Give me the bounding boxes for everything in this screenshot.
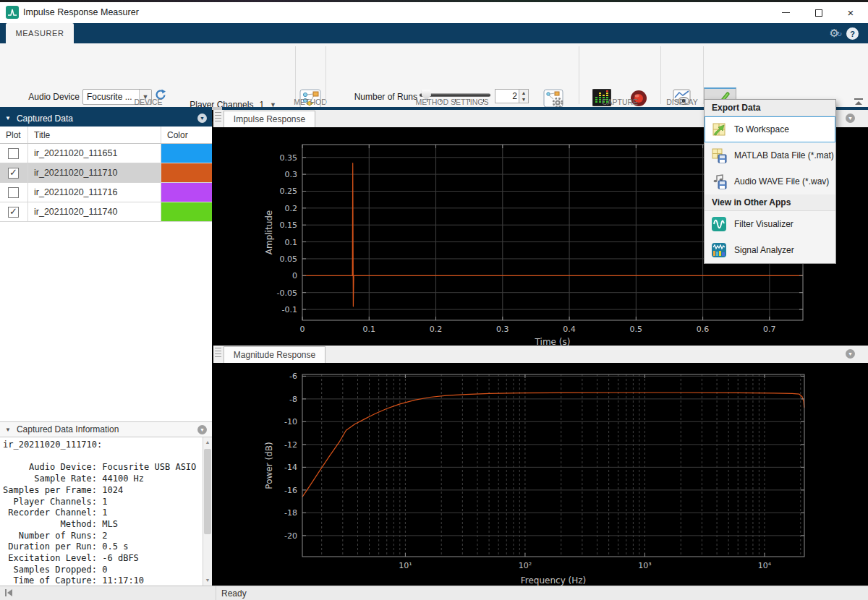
status-bar: Ready (0, 586, 868, 600)
scroll-up-icon[interactable]: ▲ (203, 437, 212, 447)
capture-title[interactable]: ir_20211020_111651 (27, 144, 161, 163)
help-icon[interactable]: ? (846, 27, 859, 40)
color-swatch[interactable] (161, 144, 212, 163)
collapse-panel-icon[interactable]: ▼ (5, 115, 11, 121)
impulse-response-measurer-app: Impulse Response Measurer × MEASURER ⚙↻ … (0, 0, 868, 600)
title-bar: Impulse Response Measurer × (0, 2, 868, 23)
plot-checkbox[interactable] (8, 187, 19, 198)
close-button[interactable]: × (835, 2, 867, 23)
panel-menu-icon[interactable]: ▼ (846, 349, 855, 359)
section-divider (660, 46, 661, 104)
color-cell[interactable] (161, 163, 212, 182)
display-section-label: DISPLAY (663, 98, 701, 106)
svg-text:Frequency (Hz): Frequency (Hz) (521, 575, 587, 586)
svg-text:0.4: 0.4 (563, 325, 576, 334)
export-menu-items: To WorkspaceMATLAB Data File (*.mat)Audi… (705, 116, 835, 194)
collapse-toolstrip-button[interactable] (854, 98, 864, 107)
color-cell[interactable] (161, 144, 212, 163)
svg-text:-0.05: -0.05 (277, 288, 297, 298)
device-section-label: DEVICE (87, 98, 210, 106)
menu-item-audio-wave-file-wav[interactable]: Audio WAVE File (*.wav) (705, 168, 835, 194)
plot-checkbox[interactable] (8, 207, 19, 218)
magnitude-response-tabbar: Magnitude Response ▼ (213, 346, 868, 363)
column-header-title[interactable]: Title (27, 127, 161, 143)
svg-text:0.1: 0.1 (285, 238, 298, 247)
captured-data-panel: ▼ Captured Data ▼ Plot Title Color ir_20… (0, 110, 212, 421)
info-scrollbar[interactable]: ▲ ▼ (203, 437, 212, 586)
svg-text:0.35: 0.35 (280, 153, 298, 163)
svg-text:0.3: 0.3 (496, 325, 509, 334)
preferences-gear-icon[interactable]: ⚙↻ (830, 27, 839, 40)
capture-title[interactable]: ir_20211020_111710 (27, 163, 161, 182)
captured-data-header: ▼ Captured Data ▼ (0, 110, 212, 127)
plot-checkbox[interactable] (8, 148, 19, 159)
svg-text:0.6: 0.6 (697, 325, 710, 334)
method-section-label: METHOD (285, 98, 336, 106)
capture-title[interactable]: ir_20211020_111740 (27, 202, 161, 221)
table-row[interactable]: ir_20211020_111651 (0, 144, 212, 163)
menu-item-signal-analyzer[interactable]: Signal Analyzer (705, 237, 835, 263)
svg-text:0.1: 0.1 (363, 325, 376, 334)
color-swatch[interactable] (161, 202, 212, 221)
capture-title[interactable]: ir_20211020_111716 (27, 183, 161, 202)
drag-grip-icon[interactable] (215, 348, 221, 359)
magnitude-response-panel: Magnitude Response ▼ 10¹10²10³10⁴-20-18-… (213, 346, 868, 586)
export-menu-apps: Filter VisualizerSignal Analyzer (705, 211, 835, 263)
filter-visualizer-icon (711, 216, 727, 232)
capture-info-text: ir_20211020_111710: Audio Device: Focusr… (0, 437, 203, 586)
menu-item-matlab-data-file-mat[interactable]: MATLAB Data File (*.mat) (705, 142, 835, 168)
tab-measurer[interactable]: MEASURER (6, 23, 74, 43)
svg-text:10⁴: 10⁴ (758, 561, 772, 570)
collapse-left-panel-icon[interactable] (5, 589, 12, 596)
scroll-down-icon[interactable]: ▼ (203, 575, 212, 586)
minimize-button[interactable] (770, 2, 801, 23)
panel-menu-icon[interactable]: ▼ (197, 113, 207, 123)
panel-menu-icon[interactable]: ▼ (197, 425, 207, 434)
menu-item-to-workspace[interactable]: To Workspace (705, 116, 835, 142)
info-body: ir_20211020_111710: Audio Device: Focusr… (0, 437, 203, 586)
svg-text:0.2: 0.2 (430, 325, 443, 334)
method-settings-section-label: METHOD SETTINGS (347, 98, 557, 106)
column-header-color[interactable]: Color (161, 127, 212, 143)
panel-menu-icon[interactable]: ▼ (846, 113, 855, 123)
svg-text:-6: -6 (289, 372, 297, 381)
svg-text:-10: -10 (284, 417, 297, 427)
audio-device-label: Audio Device (0, 89, 80, 105)
maximize-button[interactable] (803, 2, 835, 23)
menu-item-filter-visualizer[interactable]: Filter Visualizer (705, 211, 835, 237)
color-swatch[interactable] (161, 183, 212, 202)
drag-grip-icon[interactable] (215, 112, 221, 124)
svg-text:0.3: 0.3 (285, 170, 298, 179)
svg-text:-16: -16 (284, 486, 297, 495)
scroll-thumb[interactable] (204, 449, 211, 534)
svg-text:-18: -18 (284, 508, 297, 518)
plot-checkbox[interactable] (8, 168, 19, 179)
svg-text:Power (dB): Power (dB) (264, 442, 274, 489)
table-row[interactable]: ir_20211020_111716 (0, 183, 212, 202)
signal-analyzer-icon (711, 242, 727, 258)
window-title: Impulse Response Measurer (23, 7, 139, 17)
wav-file-icon (711, 173, 727, 189)
tab-impulse-response[interactable]: Impulse Response (224, 111, 315, 127)
toolstrip: Audio Device Focusrite ...▼ Sample Rate … (0, 43, 868, 107)
menu-item-label: Filter Visualizer (734, 219, 793, 229)
svg-text:10¹: 10¹ (399, 561, 412, 570)
collapse-panel-icon[interactable]: ▼ (5, 427, 11, 433)
color-cell[interactable] (161, 183, 212, 202)
tab-magnitude-response[interactable]: Magnitude Response (224, 346, 326, 363)
view-in-other-apps-header: View in Other Apps (705, 194, 835, 211)
svg-text:Amplitude: Amplitude (264, 210, 274, 255)
table-row[interactable]: ir_20211020_111740 (0, 202, 212, 222)
captured-data-title: Captured Data (17, 113, 73, 124)
column-header-plot[interactable]: Plot (0, 130, 27, 140)
svg-text:-12: -12 (284, 440, 297, 450)
info-title: Captured Data Information (17, 424, 119, 434)
table-row[interactable]: ir_20211020_111710 (0, 163, 212, 183)
svg-text:Time (s): Time (s) (535, 337, 571, 346)
status-bar-left (0, 586, 216, 600)
svg-text:0.15: 0.15 (280, 220, 298, 230)
menu-item-label: MATLAB Data File (*.mat) (734, 150, 834, 160)
color-swatch[interactable] (161, 163, 212, 182)
svg-text:0.7: 0.7 (763, 325, 776, 334)
color-cell[interactable] (161, 202, 212, 221)
